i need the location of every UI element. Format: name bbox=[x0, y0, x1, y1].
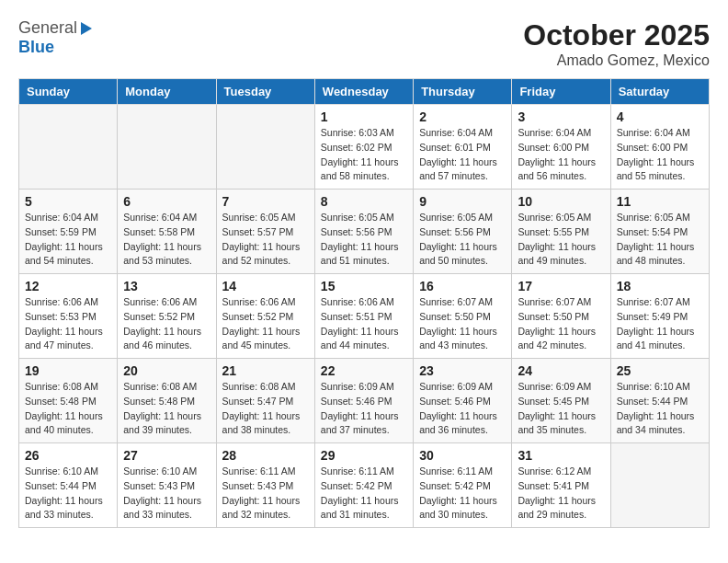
day-info: Sunrise: 6:04 AM Sunset: 6:00 PM Dayligh… bbox=[518, 126, 604, 184]
calendar-cell: 26Sunrise: 6:10 AM Sunset: 5:44 PM Dayli… bbox=[19, 443, 118, 528]
day-number: 31 bbox=[518, 448, 604, 463]
day-info: Sunrise: 6:11 AM Sunset: 5:43 PM Dayligh… bbox=[222, 465, 309, 523]
day-info: Sunrise: 6:07 AM Sunset: 5:49 PM Dayligh… bbox=[617, 295, 703, 353]
calendar-cell: 13Sunrise: 6:06 AM Sunset: 5:52 PM Dayli… bbox=[118, 274, 216, 359]
day-info: Sunrise: 6:04 AM Sunset: 5:58 PM Dayligh… bbox=[123, 211, 210, 269]
day-number: 26 bbox=[25, 448, 111, 463]
title-block: October 2025 Amado Gomez, Mexico bbox=[523, 18, 710, 69]
calendar-cell: 16Sunrise: 6:07 AM Sunset: 5:50 PM Dayli… bbox=[414, 274, 512, 359]
day-info: Sunrise: 6:05 AM Sunset: 5:54 PM Dayligh… bbox=[617, 211, 703, 269]
day-number: 4 bbox=[617, 109, 703, 124]
day-number: 7 bbox=[222, 194, 309, 209]
calendar-cell: 29Sunrise: 6:11 AM Sunset: 5:42 PM Dayli… bbox=[314, 443, 413, 528]
day-info: Sunrise: 6:05 AM Sunset: 5:56 PM Dayligh… bbox=[419, 211, 506, 269]
week-row-3: 12Sunrise: 6:06 AM Sunset: 5:53 PM Dayli… bbox=[19, 274, 710, 359]
day-info: Sunrise: 6:06 AM Sunset: 5:52 PM Dayligh… bbox=[222, 295, 309, 353]
day-header-wednesday: Wednesday bbox=[314, 79, 413, 105]
day-header-tuesday: Tuesday bbox=[216, 79, 314, 105]
day-number: 1 bbox=[321, 109, 407, 124]
day-info: Sunrise: 6:05 AM Sunset: 5:55 PM Dayligh… bbox=[518, 211, 604, 269]
calendar-cell bbox=[216, 105, 314, 190]
day-header-thursday: Thursday bbox=[414, 79, 512, 105]
day-info: Sunrise: 6:06 AM Sunset: 5:52 PM Dayligh… bbox=[123, 295, 210, 353]
calendar-cell: 24Sunrise: 6:09 AM Sunset: 5:45 PM Dayli… bbox=[512, 359, 610, 443]
month-year-title: October 2025 bbox=[523, 18, 710, 52]
day-header-friday: Friday bbox=[512, 79, 610, 105]
calendar-cell: 19Sunrise: 6:08 AM Sunset: 5:48 PM Dayli… bbox=[19, 359, 118, 443]
day-number: 23 bbox=[419, 363, 506, 378]
day-number: 17 bbox=[518, 279, 604, 293]
day-number: 15 bbox=[321, 279, 407, 293]
day-number: 12 bbox=[25, 279, 111, 293]
day-number: 11 bbox=[617, 194, 703, 209]
logo-general-text: General bbox=[18, 18, 77, 38]
day-header-monday: Monday bbox=[118, 79, 216, 105]
calendar-cell: 4Sunrise: 6:04 AM Sunset: 6:00 PM Daylig… bbox=[610, 105, 709, 190]
day-info: Sunrise: 6:03 AM Sunset: 6:02 PM Dayligh… bbox=[321, 126, 407, 184]
day-number: 20 bbox=[123, 363, 210, 378]
calendar-cell: 28Sunrise: 6:11 AM Sunset: 5:43 PM Dayli… bbox=[216, 443, 314, 528]
day-info: Sunrise: 6:12 AM Sunset: 5:41 PM Dayligh… bbox=[518, 465, 604, 523]
calendar-cell: 8Sunrise: 6:05 AM Sunset: 5:56 PM Daylig… bbox=[314, 190, 413, 274]
day-info: Sunrise: 6:09 AM Sunset: 5:45 PM Dayligh… bbox=[518, 380, 604, 438]
calendar-cell: 9Sunrise: 6:05 AM Sunset: 5:56 PM Daylig… bbox=[414, 190, 512, 274]
day-header-saturday: Saturday bbox=[610, 79, 709, 105]
day-number: 27 bbox=[123, 448, 210, 463]
day-info: Sunrise: 6:07 AM Sunset: 5:50 PM Dayligh… bbox=[419, 295, 506, 353]
day-number: 25 bbox=[617, 363, 703, 378]
calendar-cell: 14Sunrise: 6:06 AM Sunset: 5:52 PM Dayli… bbox=[216, 274, 314, 359]
day-number: 29 bbox=[321, 448, 407, 463]
calendar-cell: 18Sunrise: 6:07 AM Sunset: 5:49 PM Dayli… bbox=[610, 274, 709, 359]
calendar-cell: 23Sunrise: 6:09 AM Sunset: 5:46 PM Dayli… bbox=[414, 359, 512, 443]
calendar-cell: 21Sunrise: 6:08 AM Sunset: 5:47 PM Dayli… bbox=[216, 359, 314, 443]
day-info: Sunrise: 6:08 AM Sunset: 5:47 PM Dayligh… bbox=[222, 380, 309, 438]
location-subtitle: Amado Gomez, Mexico bbox=[523, 52, 710, 69]
week-row-2: 5Sunrise: 6:04 AM Sunset: 5:59 PM Daylig… bbox=[19, 190, 710, 274]
week-row-1: 1Sunrise: 6:03 AM Sunset: 6:02 PM Daylig… bbox=[19, 105, 710, 190]
logo: General Blue bbox=[18, 18, 92, 57]
day-info: Sunrise: 6:10 AM Sunset: 5:43 PM Dayligh… bbox=[123, 465, 210, 523]
day-info: Sunrise: 6:08 AM Sunset: 5:48 PM Dayligh… bbox=[25, 380, 111, 438]
day-number: 2 bbox=[419, 109, 506, 124]
calendar-cell: 11Sunrise: 6:05 AM Sunset: 5:54 PM Dayli… bbox=[610, 190, 709, 274]
day-number: 16 bbox=[419, 279, 506, 293]
calendar-table: SundayMondayTuesdayWednesdayThursdayFrid… bbox=[18, 78, 710, 528]
day-number: 30 bbox=[419, 448, 506, 463]
day-number: 5 bbox=[25, 194, 111, 209]
day-number: 14 bbox=[222, 279, 309, 293]
day-info: Sunrise: 6:11 AM Sunset: 5:42 PM Dayligh… bbox=[419, 465, 506, 523]
calendar-cell: 31Sunrise: 6:12 AM Sunset: 5:41 PM Dayli… bbox=[512, 443, 610, 528]
day-info: Sunrise: 6:04 AM Sunset: 6:00 PM Dayligh… bbox=[617, 126, 703, 184]
day-number: 19 bbox=[25, 363, 111, 378]
calendar-cell bbox=[19, 105, 118, 190]
day-number: 8 bbox=[321, 194, 407, 209]
calendar-cell bbox=[610, 443, 709, 528]
calendar-cell: 20Sunrise: 6:08 AM Sunset: 5:48 PM Dayli… bbox=[118, 359, 216, 443]
logo-arrow-icon bbox=[81, 22, 92, 35]
calendar-cell: 2Sunrise: 6:04 AM Sunset: 6:01 PM Daylig… bbox=[414, 105, 512, 190]
week-row-5: 26Sunrise: 6:10 AM Sunset: 5:44 PM Dayli… bbox=[19, 443, 710, 528]
calendar-cell: 30Sunrise: 6:11 AM Sunset: 5:42 PM Dayli… bbox=[414, 443, 512, 528]
day-number: 24 bbox=[518, 363, 604, 378]
day-info: Sunrise: 6:04 AM Sunset: 6:01 PM Dayligh… bbox=[419, 126, 506, 184]
day-info: Sunrise: 6:06 AM Sunset: 5:53 PM Dayligh… bbox=[25, 295, 111, 353]
day-number: 18 bbox=[617, 279, 703, 293]
day-info: Sunrise: 6:09 AM Sunset: 5:46 PM Dayligh… bbox=[419, 380, 506, 438]
calendar-cell: 17Sunrise: 6:07 AM Sunset: 5:50 PM Dayli… bbox=[512, 274, 610, 359]
day-info: Sunrise: 6:04 AM Sunset: 5:59 PM Dayligh… bbox=[25, 211, 111, 269]
calendar-cell: 12Sunrise: 6:06 AM Sunset: 5:53 PM Dayli… bbox=[19, 274, 118, 359]
header-row: SundayMondayTuesdayWednesdayThursdayFrid… bbox=[19, 79, 710, 105]
calendar-cell bbox=[118, 105, 216, 190]
day-number: 28 bbox=[222, 448, 309, 463]
day-number: 13 bbox=[123, 279, 210, 293]
calendar-cell: 3Sunrise: 6:04 AM Sunset: 6:00 PM Daylig… bbox=[512, 105, 610, 190]
logo-blue-text: Blue bbox=[18, 38, 54, 56]
day-info: Sunrise: 6:05 AM Sunset: 5:56 PM Dayligh… bbox=[321, 211, 407, 269]
day-number: 10 bbox=[518, 194, 604, 209]
page-header: General Blue October 2025 Amado Gomez, M… bbox=[18, 18, 710, 69]
calendar-cell: 22Sunrise: 6:09 AM Sunset: 5:46 PM Dayli… bbox=[314, 359, 413, 443]
calendar-cell: 27Sunrise: 6:10 AM Sunset: 5:43 PM Dayli… bbox=[118, 443, 216, 528]
day-info: Sunrise: 6:10 AM Sunset: 5:44 PM Dayligh… bbox=[617, 380, 703, 438]
day-number: 21 bbox=[222, 363, 309, 378]
day-info: Sunrise: 6:10 AM Sunset: 5:44 PM Dayligh… bbox=[25, 465, 111, 523]
